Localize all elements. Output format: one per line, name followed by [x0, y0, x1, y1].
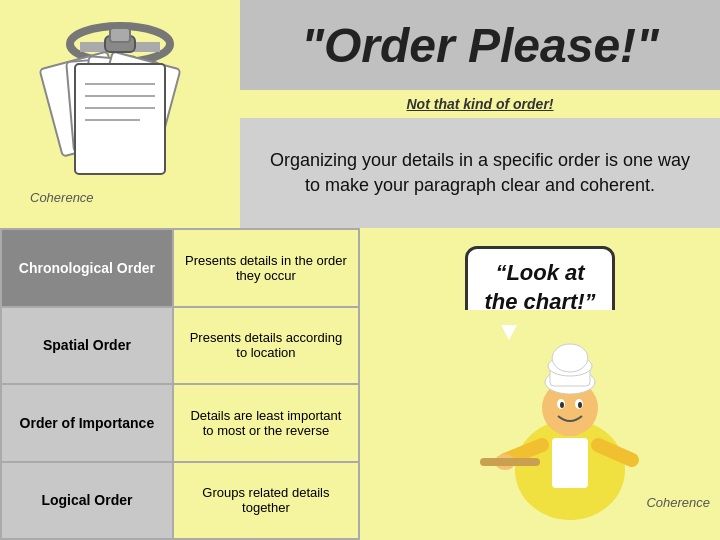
character-illustration	[470, 330, 670, 520]
table-row: Spatial OrderPresents details according …	[1, 307, 359, 385]
coherence-label: Coherence	[30, 190, 94, 205]
table-area: Chronological OrderPresents details in t…	[0, 228, 360, 540]
order-table: Chronological OrderPresents details in t…	[0, 228, 360, 540]
row-header-0: Chronological Order	[1, 229, 173, 307]
row-header-1: Spatial Order	[1, 307, 173, 385]
row-desc-3: Groups related details together	[173, 462, 359, 540]
row-header-3: Logical Order	[1, 462, 173, 540]
top-banner: "Order Please!"	[240, 0, 720, 90]
speech-line1: “Look at	[484, 259, 595, 288]
table-row: Order of ImportanceDetails are least imp…	[1, 384, 359, 462]
row-desc-1: Presents details according to location	[173, 307, 359, 385]
left-image-area: Coherence	[0, 0, 240, 228]
main-title: "Order Please!"	[301, 18, 659, 73]
svg-rect-12	[110, 28, 130, 42]
row-desc-0: Presents details in the order they occur	[173, 229, 359, 307]
svg-rect-19	[480, 458, 540, 466]
table-row: Chronological OrderPresents details in t…	[1, 229, 359, 307]
subtitle-bar: Not that kind of order!	[240, 90, 720, 118]
svg-point-25	[578, 402, 582, 408]
svg-point-29	[552, 344, 588, 372]
clipboard-illustration	[20, 14, 220, 214]
row-desc-2: Details are least important to most or t…	[173, 384, 359, 462]
character-area: Coherence	[420, 310, 720, 540]
coherence-bottom: Coherence	[646, 495, 710, 510]
svg-rect-15	[552, 438, 588, 488]
svg-point-24	[560, 402, 564, 408]
intro-text: Organizing your details in a specific or…	[260, 148, 700, 198]
intro-box: Organizing your details in a specific or…	[240, 118, 720, 228]
row-header-2: Order of Importance	[1, 384, 173, 462]
subtitle: Not that kind of order!	[407, 96, 554, 112]
table-row: Logical OrderGroups related details toge…	[1, 462, 359, 540]
